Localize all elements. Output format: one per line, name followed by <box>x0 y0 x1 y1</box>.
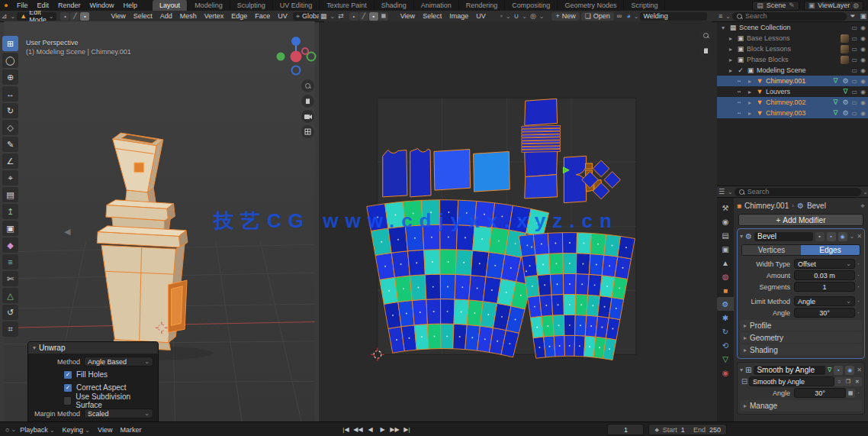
workspace-tab-uv-editing[interactable]: UV Editing <box>273 0 320 11</box>
realtime-toggle[interactable]: ▪ <box>827 232 836 241</box>
realtime-toggle[interactable]: ▪ <box>834 366 843 375</box>
outliner-row[interactable]: ▾▦Scene Collection▭◉ <box>717 22 868 33</box>
fake-user-toggle[interactable]: ○ <box>834 377 844 386</box>
poly-build-tool-icon[interactable]: ✄ <box>2 271 18 286</box>
start-value[interactable]: 1 <box>681 426 685 434</box>
properties-search[interactable]: Search <box>735 188 862 196</box>
uv-editor-type-icon[interactable]: ▦ <box>319 12 329 20</box>
options-icon[interactable]: ▣ <box>858 12 868 20</box>
workspace-tab-shading[interactable]: Shading <box>375 0 414 11</box>
properties-type-icon[interactable]: ☰ <box>717 188 726 195</box>
properties-tab-modifiers[interactable]: ⚙ <box>717 297 734 311</box>
uv-vertex-select-icon[interactable]: • <box>349 12 358 21</box>
face-select-icon[interactable]: ▪ <box>80 12 89 21</box>
uv-menu-image[interactable]: Image <box>445 12 472 20</box>
uv-face-select-icon[interactable]: ▪ <box>369 12 378 21</box>
bevel-mode-vertices[interactable]: Vertices <box>742 245 801 255</box>
disclosure-icon[interactable]: ▸ <box>746 99 754 106</box>
render-visibility-icon[interactable]: ◉ <box>860 24 866 31</box>
uv-snap-icon[interactable]: ∪ <box>513 12 521 20</box>
snap-chevron[interactable]: ⌄ <box>522 13 527 20</box>
add-cube-tool-icon[interactable]: ⌖ <box>2 170 18 186</box>
menu-window[interactable]: Window <box>85 2 119 9</box>
select-box-tool-icon[interactable]: ⊞ <box>2 36 18 51</box>
viewport-menu-face[interactable]: Face <box>251 12 274 20</box>
bevel-tool-icon[interactable]: ▣ <box>2 221 18 236</box>
checkbox-fill-holes[interactable]: ✓ <box>63 370 72 379</box>
workspace-tab-geometry-nodes[interactable]: Geometry Nodes <box>558 0 624 11</box>
image-chevron[interactable]: ⌄ <box>634 13 639 20</box>
collapse-icon[interactable]: ▾ <box>740 367 743 373</box>
pan-hand-button[interactable] <box>301 95 314 108</box>
editor-type-chevron[interactable]: ⌄ <box>11 13 16 20</box>
uv-sync-icon[interactable]: ⇄ <box>336 12 346 20</box>
viewport-menu-view[interactable]: View <box>107 12 129 20</box>
viewport-visibility-icon[interactable]: ▭ <box>851 99 857 106</box>
viewport-menu-add[interactable]: Add <box>156 12 176 20</box>
blender-logo-icon[interactable]: ● <box>0 2 12 9</box>
add-modifier-button[interactable]: + Add Modifier <box>738 214 863 226</box>
uv-pan-hand-button[interactable] <box>699 44 712 57</box>
close-icon[interactable]: ✕ <box>857 367 862 373</box>
viewport-menu-mesh[interactable]: Mesh <box>176 12 201 20</box>
properties-tab-physics[interactable]: ↻ <box>717 325 734 338</box>
knife-tool-icon[interactable]: ≡ <box>2 254 18 270</box>
disclosure-icon[interactable]: ▾ <box>719 24 727 31</box>
workspace-tab-animation[interactable]: Animation <box>414 0 459 11</box>
dropdown-margin-method[interactable]: Scaled⌄ <box>84 409 153 418</box>
uv-zoom-button[interactable] <box>699 29 712 42</box>
uv-menu-select[interactable]: Select <box>419 12 445 20</box>
render-visibility-icon[interactable]: ◉ <box>860 35 866 42</box>
properties-tab-scene[interactable]: ▲ <box>717 256 734 270</box>
render-toggle[interactable]: ◉ <box>838 232 847 241</box>
scale-tool-icon[interactable]: ◇ <box>2 120 18 135</box>
uv-menu-uv[interactable]: UV <box>472 12 490 20</box>
keying-icon[interactable]: ◆ <box>654 427 658 433</box>
move-tool-icon[interactable]: ↔ <box>2 86 18 102</box>
animate-dot[interactable]: · <box>855 271 862 279</box>
viewport-visibility-icon[interactable]: ▭ <box>851 110 857 117</box>
number-field-segments[interactable]: 1 <box>794 282 855 292</box>
viewport-menu-select[interactable]: Select <box>130 12 156 20</box>
dropdown-width-type[interactable]: Offset⌄ <box>794 259 855 269</box>
editor-type-icon[interactable]: ⊿ <box>0 12 9 20</box>
disclosure-icon[interactable]: ▸ <box>727 35 735 42</box>
outliner-row[interactable]: ▸▣Block Lessons▭◉ <box>717 44 868 54</box>
smooth-manage-subpanel[interactable]: ▸Manage <box>740 400 862 411</box>
outliner-search[interactable]: Search <box>732 12 847 21</box>
jump-start-button[interactable]: |◀ <box>339 425 352 434</box>
disclosure-icon[interactable]: ▸ <box>746 78 754 85</box>
render-visibility-icon[interactable]: ◉ <box>860 78 866 85</box>
render-visibility-icon[interactable]: ◉ <box>860 57 866 63</box>
extrude-tool-icon[interactable]: ▤ <box>2 187 18 202</box>
menu-edit[interactable]: Edit <box>33 2 54 9</box>
extras-chevron[interactable]: ⌄ <box>850 233 855 240</box>
checkbox-correct-aspect[interactable]: ✓ <box>63 383 72 392</box>
render-visibility-icon[interactable]: ◉ <box>860 89 866 95</box>
outliner-row[interactable]: ▪▪▸▼Chimney.003∇⚙▭◉ <box>717 108 868 118</box>
workspace-tab-texture-paint[interactable]: Texture Paint <box>320 0 375 11</box>
dropdown-method[interactable]: Angle Based⌄ <box>84 357 153 367</box>
checkbox-use-subdivision-surface[interactable] <box>63 396 72 405</box>
uv-island-select-icon[interactable]: ▦ <box>379 12 388 21</box>
properties-type-chevron[interactable]: ⌄ <box>728 189 733 195</box>
disclosure-icon[interactable]: ▸ <box>746 89 754 95</box>
link-icon[interactable]: ∞ <box>616 12 623 20</box>
number-field-angle[interactable]: 30° <box>794 308 855 318</box>
menu-help[interactable]: Help <box>119 2 143 9</box>
viewport-visibility-icon[interactable]: ▭ <box>851 24 857 31</box>
viewport-3d[interactable]: ⊿ ⌄ ▲ Edit Mode ⌄ • ╱ ▪ ViewSelectAddMes… <box>0 11 320 421</box>
workspace-tab-scripting[interactable]: Scripting <box>624 0 665 11</box>
navigation-gizmo[interactable] <box>272 31 317 81</box>
viewport-menu-vertex[interactable]: Vertex <box>201 12 228 20</box>
smooth-tool-icon[interactable]: ↺ <box>2 305 18 320</box>
workspace-tab-compositing[interactable]: Compositing <box>505 0 558 11</box>
render-visibility-icon[interactable]: ◉ <box>860 99 866 106</box>
uv-editor-chevron[interactable]: ⌄ <box>330 13 336 20</box>
animate-dot[interactable]: · <box>855 308 862 317</box>
unlink-icon[interactable]: ✕ <box>853 377 862 386</box>
outliner-row[interactable]: ▸▣Base Lessons▭◉ <box>717 33 868 44</box>
bevel-profile-subpanel[interactable]: ▸Profile <box>740 320 862 331</box>
properties-tab-particles[interactable]: ✱ <box>717 311 734 325</box>
prev-keyframe-button[interactable]: ◀◀ <box>352 425 364 434</box>
